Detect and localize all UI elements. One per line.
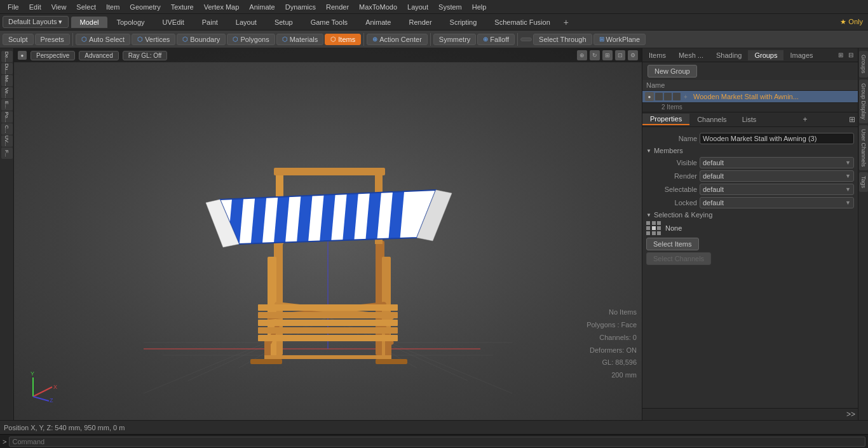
viewport-icon-2[interactable]: ↻	[590, 50, 600, 60]
sculpt-button[interactable]: Sculpt	[3, 34, 34, 45]
layout-tab-topology[interactable]: Topology	[107, 17, 153, 28]
action-center-button[interactable]: ⊕ Action Center	[367, 34, 428, 45]
left-tool-c[interactable]: C...	[1, 123, 13, 135]
raygl-button[interactable]: Ray GL: Off	[123, 51, 168, 60]
left-tool-du[interactable]: Du...	[1, 63, 13, 74]
viewport-icon-3[interactable]: ⊞	[602, 50, 613, 60]
layout-tab-render[interactable]: Render	[400, 17, 440, 28]
shading-type-button[interactable]: Advanced	[79, 51, 118, 60]
view-type-button[interactable]: Perspective	[31, 51, 75, 60]
props-expand-button[interactable]: ⊞	[846, 115, 858, 124]
select-channels-button[interactable]: Select Channels	[646, 252, 711, 265]
menu-edit[interactable]: Edit	[24, 2, 46, 12]
vtab-groups[interactable]: Groups	[859, 51, 868, 78]
props-tab-lists[interactable]: Lists	[735, 114, 764, 125]
group-expand-button[interactable]: +	[682, 93, 689, 100]
vtab-group-display[interactable]: Group Display	[859, 79, 868, 123]
symmetry-button[interactable]: Symmetry	[433, 34, 477, 45]
viewport-icon-1[interactable]: ⊕	[577, 50, 587, 60]
axis-svg: X Y Z	[27, 368, 65, 406]
layout-tab-layout[interactable]: Layout	[227, 17, 266, 28]
layout-tab-paint[interactable]: Paint	[193, 17, 227, 28]
locked-select[interactable]: default ▼	[700, 197, 854, 208]
group-visibility-toggle[interactable]: ●	[645, 92, 654, 101]
panel-collapse-button[interactable]: ⊟	[846, 51, 855, 60]
layout-tab-model[interactable]: Model	[71, 17, 108, 28]
layout-tab-animate[interactable]: Animate	[356, 17, 400, 28]
new-group-button[interactable]: New Group	[648, 65, 697, 78]
panel-tab-mesh[interactable]: Mesh ...	[672, 50, 710, 60]
menu-view[interactable]: View	[46, 2, 72, 12]
select-through-button[interactable]: Select Through	[533, 34, 592, 45]
viewport-icon-5[interactable]: ⚙	[628, 50, 638, 60]
menu-select[interactable]: Select	[71, 2, 101, 12]
menu-texture[interactable]: Texture	[166, 2, 199, 12]
panel-bottom-arrow[interactable]: >>	[846, 410, 855, 419]
panel-tab-images[interactable]: Images	[783, 50, 819, 60]
layout-tab-setup[interactable]: Setup	[266, 17, 302, 28]
menu-geometry[interactable]: Geometry	[125, 2, 165, 12]
group-row[interactable]: ● + Wooden Market Stall with Awnin...	[642, 91, 858, 103]
vtab-user-channels[interactable]: User Channels	[859, 125, 868, 171]
left-tool-e[interactable]: E...	[1, 99, 13, 111]
layout-dropdown[interactable]: Default Layouts ▾	[3, 16, 69, 28]
props-tab-channels[interactable]: Channels	[689, 114, 734, 125]
props-add-tab-button[interactable]: +	[799, 115, 811, 124]
name-prop-input[interactable]: Wooden Market Stall with Awning (3)	[700, 133, 854, 144]
layout-tab-gametools[interactable]: Game Tools	[302, 17, 357, 28]
menu-animate[interactable]: Animate	[244, 2, 280, 12]
left-tool-po[interactable]: Po...	[1, 111, 13, 123]
left-tool-me[interactable]: Me...	[1, 75, 13, 86]
group-icon-lock[interactable]	[673, 93, 681, 100]
menu-layout[interactable]: Layout	[402, 2, 433, 12]
viewport[interactable]: ● Perspective Advanced Ray GL: Off ⊕ ↻ ⊞…	[14, 48, 642, 420]
menu-help[interactable]: Help	[467, 2, 492, 12]
work-plane-button[interactable]: ⊞ WorkPlane	[593, 34, 646, 45]
menu-vertex-map[interactable]: Vertex Map	[199, 2, 245, 12]
viewport-icon-4[interactable]: ⊡	[615, 50, 625, 60]
left-tool-f[interactable]: F...	[1, 147, 13, 159]
position-text: Position X, Y, Z: 540 mm, 950 mm, 0 m	[4, 424, 125, 431]
panel-tab-items[interactable]: Items	[642, 50, 672, 60]
add-layout-tab-button[interactable]: +	[559, 15, 573, 29]
selectable-select[interactable]: default ▼	[700, 184, 854, 195]
presets-button[interactable]: Presets	[35, 34, 70, 45]
panel-expand-button[interactable]: ⊞	[836, 51, 845, 60]
menu-maxtomodo[interactable]: MaxToModo	[354, 2, 402, 12]
menu-item[interactable]: Item	[101, 2, 125, 12]
panel-tab-groups[interactable]: Groups	[748, 50, 783, 60]
vtab-tags[interactable]: Tags	[859, 172, 868, 192]
render-select[interactable]: default ▼	[700, 170, 854, 182]
left-tool-ve[interactable]: Ve...	[1, 87, 13, 98]
materials-button[interactable]: ⬡ Materials	[276, 34, 324, 45]
star-only-toggle[interactable]: ★ Only	[835, 16, 868, 28]
viewport-toggle[interactable]: ●	[18, 51, 27, 60]
panel-tab-shading[interactable]: Shading	[710, 50, 748, 60]
constraints-button[interactable]	[520, 37, 532, 41]
layout-tab-schematic[interactable]: Schematic Fusion	[485, 17, 559, 28]
polygons-button[interactable]: ⬡ Polygons	[227, 34, 275, 45]
symmetry-label: Symmetry	[439, 36, 471, 43]
items-button[interactable]: ⬡ Items	[325, 34, 361, 45]
command-input[interactable]	[9, 437, 865, 447]
menu-dynamics[interactable]: Dynamics	[280, 2, 321, 12]
group-icon-render[interactable]	[664, 93, 672, 100]
layout-tab-uvedit[interactable]: UVEdit	[154, 17, 193, 28]
props-content: Name Wooden Market Stall with Awning (3)…	[642, 127, 858, 408]
falloff-button[interactable]: ⊕ Falloff	[477, 34, 515, 45]
menu-render[interactable]: Render	[321, 2, 354, 12]
svg-rect-19	[258, 312, 398, 318]
vertices-button[interactable]: ⬡ Vertices	[132, 34, 175, 45]
svg-rect-25	[264, 355, 391, 359]
auto-select-button[interactable]: ⬡ Auto Select	[76, 34, 130, 45]
layout-tab-scripting[interactable]: Scripting	[441, 17, 486, 28]
left-tool-de[interactable]: De...	[1, 51, 13, 62]
menu-system[interactable]: System	[433, 2, 467, 12]
props-tab-properties[interactable]: Properties	[642, 114, 689, 125]
select-items-button[interactable]: Select Items	[646, 238, 699, 250]
visible-select[interactable]: default ▼	[700, 157, 854, 168]
boundary-button[interactable]: ⬡ Boundary	[177, 34, 226, 45]
menu-file[interactable]: File	[3, 2, 24, 12]
left-tool-uv[interactable]: UV...	[1, 135, 13, 147]
group-icon-camera[interactable]	[655, 93, 663, 100]
